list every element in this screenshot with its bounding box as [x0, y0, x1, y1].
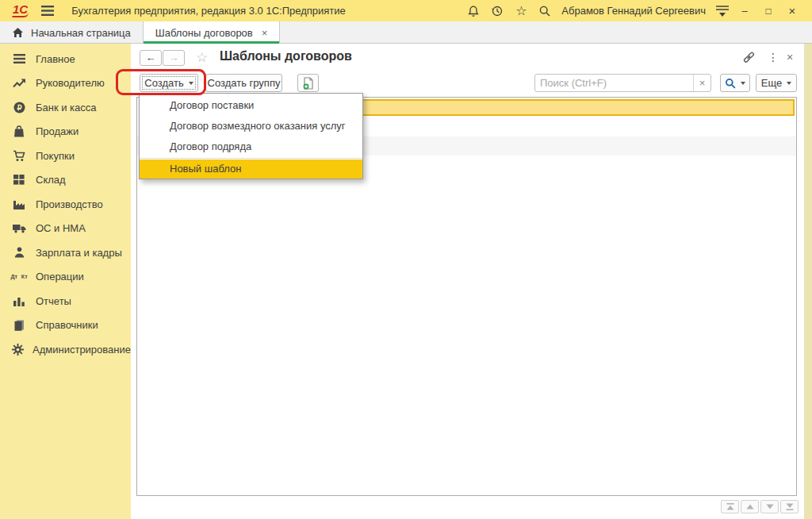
get-link-icon[interactable]	[742, 51, 756, 63]
titlebar-actions: ☆ Абрамов Геннадий Сергеевич – □ ×	[462, 3, 804, 18]
clear-search-icon[interactable]: ×	[693, 75, 710, 91]
main-menu-icon[interactable]	[41, 6, 54, 16]
sidebar-item-reports[interactable]: Отчеты	[0, 289, 131, 313]
go-first-button[interactable]	[721, 500, 739, 513]
current-user-name[interactable]: Абрамов Геннадий Сергеевич	[561, 5, 706, 17]
search-input[interactable]	[535, 75, 693, 90]
debit-credit-icon: ДтКт	[11, 274, 27, 279]
sidebar-item-label: Отчеты	[36, 295, 71, 307]
sidebar-item-label: Зарплата и кадры	[36, 247, 122, 259]
sidebar-item-operations[interactable]: ДтКт Операции	[0, 265, 131, 290]
tab-contract-templates[interactable]: Шаблоны договоров ×	[143, 21, 281, 44]
sidebar-item-label: Справочники	[36, 319, 98, 331]
back-button[interactable]: ←	[140, 50, 162, 66]
go-last-button[interactable]	[780, 500, 799, 513]
minimize-button[interactable]: –	[733, 5, 756, 17]
menu-item-services-contract[interactable]: Договор возмездного оказания услуг	[140, 116, 362, 136]
sidebar-item-production[interactable]: Производство	[0, 192, 131, 217]
truck-icon	[11, 223, 27, 233]
sidebar-item-main[interactable]: Главное	[0, 47, 131, 71]
sidebar-item-directories[interactable]: Справочники	[0, 313, 131, 338]
global-search-icon[interactable]	[533, 5, 557, 17]
close-window-button[interactable]: ×	[780, 4, 804, 17]
sidebar-item-manager[interactable]: Руководителю	[0, 71, 131, 96]
book-icon	[11, 320, 27, 331]
notifications-bell-icon[interactable]	[462, 5, 485, 17]
go-next-button[interactable]	[760, 500, 779, 513]
service-menu-icon[interactable]	[712, 6, 733, 17]
tab-close-icon[interactable]: ×	[262, 27, 268, 39]
close-form-icon[interactable]: ×	[787, 51, 793, 63]
sidebar-item-salary-hr[interactable]: Зарплата и кадры	[0, 240, 131, 265]
add-favorite-star-icon[interactable]: ☆	[196, 49, 208, 66]
favorites-star-icon[interactable]: ☆	[509, 3, 533, 18]
sidebar-item-fixed-assets[interactable]: ОС и НМА	[0, 217, 131, 241]
search-icon	[725, 78, 736, 89]
history-icon[interactable]	[485, 5, 509, 17]
sidebar-item-label: Продажи	[36, 125, 79, 137]
trend-chart-icon	[11, 78, 27, 88]
tab-label: Шаблоны договоров	[155, 27, 253, 39]
kebab-menu-icon[interactable]: ⋮	[768, 51, 779, 63]
workspace-edge	[804, 44, 812, 519]
create-copy-button[interactable]	[297, 74, 319, 92]
create-group-button[interactable]: Создать группу	[205, 74, 282, 92]
sidebar: Главное Руководителю ₽ Банк и касса Прод…	[0, 44, 131, 519]
create-button-focus-ring	[140, 75, 197, 91]
sidebar-item-sales[interactable]: Продажи	[0, 120, 131, 144]
app-title: Бухгалтерия предприятия, редакция 3.0 1С…	[71, 5, 346, 17]
menu-item-supply-contract[interactable]: Договор поставки	[140, 95, 362, 116]
factory-icon	[11, 199, 27, 210]
person-icon	[11, 247, 27, 258]
tab-label: Начальная страница	[31, 27, 131, 39]
create-button[interactable]: Создать	[140, 74, 198, 92]
sidebar-item-label: Производство	[36, 198, 103, 210]
menu-separator	[140, 158, 362, 159]
tabbar: Начальная страница Шаблоны договоров ×	[0, 21, 812, 44]
menu-lines-icon	[11, 54, 27, 63]
shopping-cart-icon	[11, 150, 27, 162]
sidebar-item-bank-cash[interactable]: ₽ Банк и касса	[0, 95, 131, 120]
sidebar-item-label: Операции	[36, 271, 84, 283]
menu-item-new-template[interactable]: Новый шаблон	[140, 160, 362, 179]
page-title: Шаблоны договоров	[220, 49, 352, 63]
ruble-circle-icon: ₽	[11, 102, 27, 113]
titlebar: 1С Бухгалтерия предприятия, редакция 3.0…	[0, 0, 812, 21]
go-previous-button[interactable]	[741, 500, 759, 513]
sidebar-item-purchases[interactable]: Покупки	[0, 144, 131, 168]
search-field[interactable]: ×	[534, 74, 711, 92]
sidebar-item-label: Руководителю	[36, 77, 105, 89]
bar-chart-icon	[11, 296, 27, 306]
svg-text:₽: ₽	[17, 103, 21, 112]
sidebar-item-label: Банк и касса	[36, 102, 97, 113]
search-button[interactable]	[720, 74, 750, 92]
sidebar-item-label: ОС и НМА	[36, 222, 86, 234]
sidebar-item-label: Администрирование	[33, 344, 131, 356]
maximize-button[interactable]: □	[756, 6, 780, 17]
home-icon	[12, 27, 24, 38]
dropdown-caret-icon	[787, 82, 791, 85]
dropdown-caret-icon	[741, 82, 745, 85]
grid-blocks-icon	[11, 175, 27, 185]
sidebar-item-administration[interactable]: Администрирование	[0, 337, 131, 362]
forward-button[interactable]: →	[163, 50, 185, 66]
tab-home-page[interactable]: Начальная страница	[0, 21, 143, 44]
create-dropdown-menu: Договор поставки Договор возмездного ока…	[139, 93, 363, 179]
gear-icon	[11, 344, 24, 356]
more-button[interactable]: Еще	[756, 74, 797, 92]
list-navigation	[721, 500, 799, 513]
1c-logo-icon: 1С	[12, 4, 29, 17]
shopping-bag-icon	[11, 125, 27, 137]
form-contract-templates: ← → ☆ Шаблоны договоров ⋮ × Создать Созд…	[131, 44, 804, 519]
sidebar-item-label: Склад	[36, 174, 66, 186]
sidebar-item-label: Покупки	[36, 150, 75, 162]
document-plus-icon	[302, 77, 314, 90]
sidebar-item-label: Главное	[36, 53, 75, 65]
sidebar-item-warehouse[interactable]: Склад	[0, 168, 131, 193]
menu-item-work-contract[interactable]: Договор подряда	[140, 136, 362, 157]
